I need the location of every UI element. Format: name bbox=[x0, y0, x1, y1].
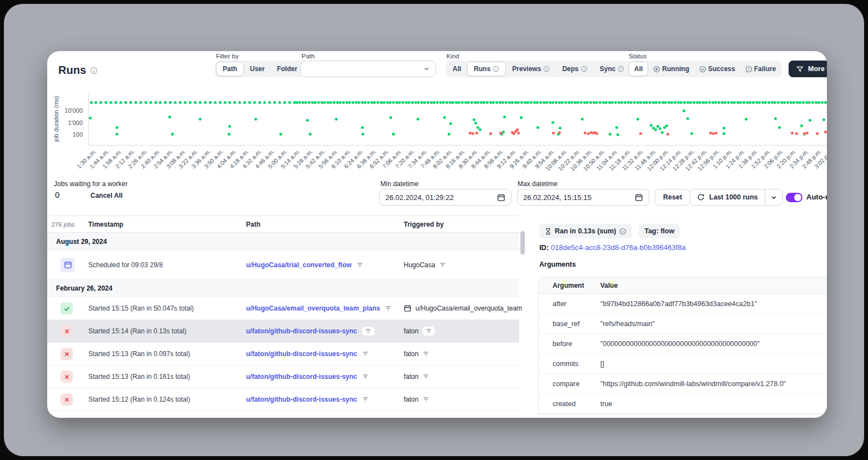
success-run-dot[interactable] bbox=[605, 101, 608, 104]
success-run-dot[interactable] bbox=[699, 101, 701, 104]
success-run-dot[interactable] bbox=[502, 131, 505, 133]
success-run-dot[interactable] bbox=[661, 101, 664, 104]
success-run-dot[interactable] bbox=[824, 101, 827, 104]
success-run-dot[interactable] bbox=[288, 101, 291, 104]
success-run-dot[interactable] bbox=[327, 101, 329, 104]
success-run-dot[interactable] bbox=[643, 101, 645, 104]
success-run-dot[interactable] bbox=[655, 101, 658, 104]
success-run-dot[interactable] bbox=[580, 101, 583, 104]
success-run-dot[interactable] bbox=[749, 101, 751, 104]
success-run-dot[interactable] bbox=[361, 126, 364, 129]
success-run-dot[interactable] bbox=[723, 127, 725, 129]
success-run-dot[interactable] bbox=[335, 118, 338, 121]
success-run-dot[interactable] bbox=[389, 116, 392, 119]
job-id-value[interactable]: 018de5c4-acc8-23d8-d76a-b0b396463f8a bbox=[551, 243, 686, 252]
success-run-dot[interactable] bbox=[718, 101, 720, 104]
success-run-dot[interactable] bbox=[474, 101, 476, 104]
success-run-dot[interactable] bbox=[583, 101, 586, 104]
success-run-dot[interactable] bbox=[451, 101, 454, 104]
filter-by-option-user[interactable]: User bbox=[244, 62, 271, 76]
success-run-dot[interactable] bbox=[94, 101, 97, 104]
success-run-dot[interactable] bbox=[314, 101, 317, 104]
success-run-dot[interactable] bbox=[159, 101, 162, 104]
success-run-dot[interactable] bbox=[670, 101, 673, 104]
success-run-dot[interactable] bbox=[405, 101, 408, 104]
success-run-dot[interactable] bbox=[362, 133, 364, 136]
kind-option-deps[interactable]: Deps bbox=[556, 62, 593, 76]
success-run-dot[interactable] bbox=[243, 101, 246, 104]
success-run-dot[interactable] bbox=[458, 101, 460, 104]
success-run-dot[interactable] bbox=[470, 101, 473, 104]
kind-option-previews[interactable]: Previews bbox=[506, 62, 556, 76]
success-run-dot[interactable] bbox=[574, 101, 576, 104]
success-run-dot[interactable] bbox=[589, 101, 592, 104]
success-run-dot[interactable] bbox=[283, 101, 286, 104]
success-run-dot[interactable] bbox=[355, 101, 358, 104]
success-run-dot[interactable] bbox=[536, 126, 539, 129]
success-run-dot[interactable] bbox=[263, 101, 266, 104]
success-run-dot[interactable] bbox=[373, 101, 376, 104]
success-run-dot[interactable] bbox=[815, 101, 817, 104]
success-run-dot[interactable] bbox=[278, 101, 281, 104]
success-run-dot[interactable] bbox=[683, 101, 686, 104]
failed-run-dot[interactable] bbox=[824, 131, 827, 133]
success-run-dot[interactable] bbox=[464, 101, 467, 104]
job-row[interactable]: Started 15:13 (Ran in 0.161s total)u/fat… bbox=[47, 366, 519, 388]
job-path-link[interactable]: u/HugoCasa/trial_converted_flow bbox=[246, 261, 352, 269]
success-run-dot[interactable] bbox=[364, 101, 367, 104]
success-run-dot[interactable] bbox=[559, 127, 561, 129]
failed-run-dot[interactable] bbox=[791, 132, 794, 134]
success-run-dot[interactable] bbox=[714, 101, 717, 104]
success-run-dot[interactable] bbox=[517, 101, 520, 104]
success-run-dot[interactable] bbox=[329, 101, 332, 104]
success-run-dot[interactable] bbox=[214, 101, 217, 104]
success-run-dot[interactable] bbox=[233, 101, 236, 104]
min-datetime-input[interactable]: 26.02.2024, 01:29:22 bbox=[379, 189, 511, 206]
success-run-dot[interactable] bbox=[345, 101, 348, 104]
success-run-dot[interactable] bbox=[786, 101, 789, 104]
success-run-dot[interactable] bbox=[445, 101, 448, 104]
success-run-dot[interactable] bbox=[683, 109, 685, 112]
success-run-dot[interactable] bbox=[144, 101, 147, 104]
success-run-dot[interactable] bbox=[755, 101, 758, 104]
status-option-failure[interactable]: Failure bbox=[740, 62, 781, 76]
success-run-dot[interactable] bbox=[659, 127, 661, 130]
status-option-running[interactable]: Running bbox=[648, 62, 694, 76]
scrollbar-thumb[interactable] bbox=[520, 231, 525, 254]
filter-by-user-icon[interactable] bbox=[423, 351, 429, 357]
success-run-dot[interactable] bbox=[149, 101, 152, 104]
success-run-dot[interactable] bbox=[295, 101, 298, 104]
success-run-dot[interactable] bbox=[254, 118, 257, 121]
success-run-dot[interactable] bbox=[495, 101, 498, 104]
success-run-dot[interactable] bbox=[558, 101, 561, 104]
success-run-dot[interactable] bbox=[420, 101, 423, 104]
success-run-dot[interactable] bbox=[774, 101, 776, 104]
success-run-dot[interactable] bbox=[486, 101, 489, 104]
success-run-dot[interactable] bbox=[503, 116, 506, 118]
success-run-dot[interactable] bbox=[702, 101, 705, 104]
success-run-dot[interactable] bbox=[383, 101, 385, 104]
success-run-dot[interactable] bbox=[129, 101, 132, 104]
success-run-dot[interactable] bbox=[169, 101, 172, 104]
job-row[interactable]: Scheduled for 09:03 29/8u/HugoCasa/trial… bbox=[47, 251, 519, 279]
success-run-dot[interactable] bbox=[526, 101, 529, 104]
success-run-dot[interactable] bbox=[258, 101, 261, 104]
failed-run-dot[interactable] bbox=[803, 132, 806, 135]
calendar-icon[interactable] bbox=[635, 193, 643, 202]
success-run-dot[interactable] bbox=[611, 101, 614, 104]
success-run-dot[interactable] bbox=[792, 101, 795, 104]
success-run-dot[interactable] bbox=[339, 101, 342, 104]
status-option-success[interactable]: Success bbox=[694, 62, 740, 76]
success-run-dot[interactable] bbox=[449, 122, 452, 125]
success-run-dot[interactable] bbox=[306, 119, 309, 122]
success-run-dot[interactable] bbox=[530, 101, 533, 104]
job-row[interactable]: Started 15:13 (Ran in 0.097s total)u/fat… bbox=[47, 343, 519, 366]
success-run-dot[interactable] bbox=[501, 101, 504, 104]
success-run-dot[interactable] bbox=[645, 101, 648, 104]
filter-by-path-icon[interactable] bbox=[357, 262, 363, 268]
success-run-dot[interactable] bbox=[116, 133, 118, 136]
failed-run-dot[interactable] bbox=[584, 132, 586, 134]
success-run-dot[interactable] bbox=[764, 101, 767, 104]
success-run-dot[interactable] bbox=[455, 101, 458, 104]
success-run-dot[interactable] bbox=[119, 101, 122, 104]
